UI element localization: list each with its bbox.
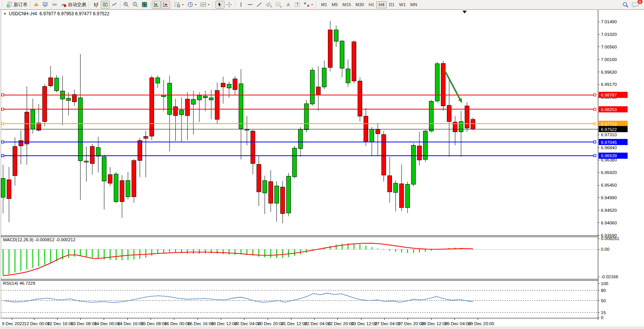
- timeframe-M1[interactable]: M1: [319, 1, 329, 8]
- candlestick-chart-button[interactable]: [101, 1, 110, 9]
- indicators-icon: [174, 2, 180, 8]
- toolbar-separator: [150, 2, 151, 8]
- candle: [352, 40, 356, 84]
- rsi-indicator-label: RSI(14) 46.7229: [3, 281, 35, 285]
- timeframe-M5[interactable]: M5: [329, 1, 340, 8]
- cursor-arrow-icon: [217, 2, 223, 8]
- time-axis-label: 12 Dec 16:00: [47, 321, 73, 326]
- price-tick-label: 7.00560: [601, 45, 617, 49]
- time-axis-label: 22 Dec 20:00: [328, 321, 354, 326]
- autoscroll-button[interactable]: [152, 1, 161, 9]
- arrows-icon: [304, 2, 310, 8]
- arrows-button[interactable]: [302, 1, 315, 9]
- timeframe-H1[interactable]: H1: [366, 1, 377, 8]
- new-order-label: 新订单: [14, 2, 27, 8]
- timeframe-M30[interactable]: M30: [353, 1, 366, 8]
- time-axis-label: 29 Dec 04:00: [445, 321, 471, 326]
- candle: [441, 61, 445, 111]
- tile-windows-button[interactable]: [140, 1, 149, 9]
- new-order-icon: [6, 2, 13, 8]
- dropdown-caret-icon: [311, 2, 313, 8]
- fibonacci-button[interactable]: F: [274, 1, 284, 9]
- crosshair-button[interactable]: [225, 1, 234, 9]
- periods-button[interactable]: [186, 1, 199, 9]
- search-icon: [622, 2, 629, 8]
- line-chart-button[interactable]: [110, 1, 119, 9]
- templates-button[interactable]: [199, 1, 212, 9]
- timeframe-toolbar: M1M5M15M30H1H4D1W1MN: [319, 1, 419, 8]
- autotrading-icon: [61, 2, 67, 8]
- bar-chart-button[interactable]: [92, 1, 101, 9]
- horizontal-line-button[interactable]: [246, 1, 255, 9]
- time-axis-label: 14 Dec 16:00: [117, 321, 143, 326]
- timeframe-D1[interactable]: D1: [387, 1, 397, 8]
- macd-axis-label: -0.02166: [601, 274, 618, 279]
- time-axis-label: 15 Dec 08:00: [141, 321, 167, 326]
- channel-icon: E: [265, 2, 272, 8]
- candle: [465, 102, 469, 132]
- new-order-button[interactable]: 新订单: [5, 1, 29, 9]
- trading-terminal: 7.014907.010207.005607.001006.996306.991…: [0, 0, 644, 329]
- svg-text:E: E: [270, 5, 272, 8]
- price-tick-label: 7.00100: [601, 57, 617, 62]
- price-tick-label: 6.99630: [601, 70, 617, 74]
- svg-text:6.97719: 6.97719: [601, 122, 617, 126]
- time-axis-label: 28 Dec 12:00: [421, 321, 447, 326]
- macd-axis-label: 0.00: [601, 247, 609, 252]
- equidistant-channel-button[interactable]: E: [264, 1, 274, 9]
- gold-badge-icon: [33, 2, 39, 8]
- candle: [43, 84, 47, 127]
- macd-axis-label: 0.008261: [601, 236, 619, 241]
- chart-shift-button[interactable]: [161, 1, 170, 9]
- toolbar: 新订单: [0, 0, 644, 10]
- candlestick-icon: [102, 2, 108, 8]
- search-button[interactable]: [621, 1, 630, 9]
- trendline-button[interactable]: [255, 1, 264, 9]
- candle: [114, 172, 118, 203]
- rsi-axis-label: 0: [601, 315, 603, 320]
- price-tick-label: 6.95450: [601, 183, 617, 187]
- cursor-button[interactable]: [215, 1, 225, 9]
- zoom-out-button[interactable]: [131, 1, 140, 9]
- candle: [423, 130, 427, 162]
- indicators-button[interactable]: [173, 1, 186, 9]
- signals-button[interactable]: [50, 1, 59, 9]
- chart-plot-area[interactable]: 7.014907.010207.005607.001006.996306.991…: [0, 0, 644, 329]
- horizontal-line-icon: [247, 2, 253, 8]
- hosting-button[interactable]: [41, 1, 50, 9]
- clock-icon: [187, 2, 193, 8]
- autotrading-button[interactable]: 自动交易: [59, 1, 88, 9]
- timeframe-W1[interactable]: W1: [397, 1, 408, 8]
- chart-shift-icon: [162, 2, 169, 8]
- text-button[interactable]: A: [284, 1, 293, 9]
- macd-indicator-label: MACD(12,26,9) -0.000812 -0.000212: [3, 237, 75, 242]
- chart-window: 7.014907.010207.005607.001006.996306.991…: [0, 0, 644, 329]
- time-axis-label: 20 Dec 20:00: [258, 321, 284, 326]
- candle: [150, 76, 154, 140]
- price-tick-label: 6.94520: [601, 208, 617, 213]
- toolbar-grip: [316, 2, 318, 8]
- market-gold-button[interactable]: [32, 1, 41, 9]
- monitor-icon: [42, 2, 48, 8]
- price-tick-label: 6.99170: [601, 82, 617, 87]
- text-label-button[interactable]: T: [293, 1, 302, 9]
- fibonacci-icon: F: [275, 2, 282, 8]
- chart-title: ▼ USDCNH-,H4 6.97877 6.97953 6.97477 6.9…: [3, 11, 109, 16]
- chart-title-caret-icon: ▼: [3, 12, 6, 16]
- candle: [429, 100, 434, 132]
- zoom-out-icon: [132, 2, 138, 8]
- zoom-in-icon: [123, 2, 129, 8]
- price-tick-label: 7.01020: [601, 32, 617, 37]
- time-axis-label: 12 Dec 00:00: [24, 321, 50, 326]
- timeframe-M15[interactable]: M15: [340, 1, 353, 8]
- candle: [435, 62, 439, 103]
- price-tick-label: 6.94990: [601, 195, 617, 200]
- timeframe-H4[interactable]: H4: [376, 1, 387, 8]
- timeframe-MN[interactable]: MN: [408, 1, 419, 8]
- zoom-in-button[interactable]: [122, 1, 131, 9]
- candle: [310, 68, 315, 105]
- rsi-axis-label: 100: [601, 281, 608, 286]
- line-chart-icon: [111, 2, 117, 8]
- vertical-line-button[interactable]: [236, 1, 246, 9]
- toolbar-separator: [235, 2, 235, 8]
